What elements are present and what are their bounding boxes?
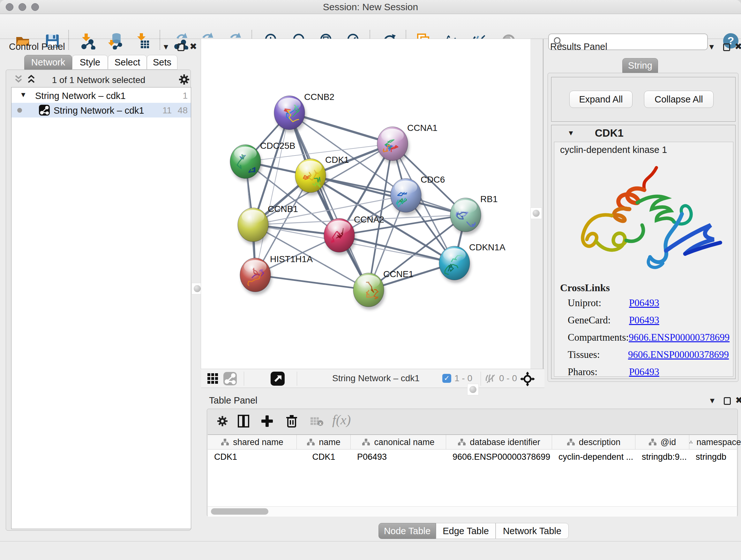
network-tab-content: 1 of 1 Network selected ▼ String Network… — [6, 70, 191, 531]
network-node-CDK1[interactable] — [295, 159, 327, 195]
add-column-icon[interactable] — [261, 415, 273, 428]
show-columns-icon[interactable] — [237, 414, 251, 428]
network-row[interactable]: String Network – cdk1 11 48 — [11, 103, 191, 118]
tab-network-table[interactable]: Network Table — [495, 523, 569, 539]
table-cell[interactable]: CDK1 — [297, 450, 351, 464]
tab-edge-table[interactable]: Edge Table — [436, 523, 495, 539]
column-header-label: shared name — [233, 437, 283, 447]
tab-string[interactable]: String — [622, 58, 658, 73]
network-node-label: CCNA2 — [354, 214, 384, 225]
detach-view-icon[interactable] — [271, 372, 285, 386]
network-node-CCNB2[interactable] — [274, 96, 306, 132]
network-canvas[interactable]: CCNB2CCNA1CDC25BCDK1CDC6RB1CCNB1CCNA2CDK… — [201, 39, 530, 369]
table-cell[interactable]: stringdb — [689, 450, 741, 464]
network-options-gear-icon[interactable] — [178, 73, 191, 86]
tab-sets[interactable]: Sets — [147, 55, 178, 70]
network-node-label: CCNB2 — [304, 92, 334, 102]
section-expander-icon[interactable]: ▼ — [567, 129, 575, 137]
crosslink-label: Compartments: — [568, 332, 629, 349]
column-header-namespace[interactable]: namespace — [689, 435, 741, 449]
column-header-label: database identifier — [470, 437, 540, 447]
network-node-RB1[interactable] — [450, 198, 482, 235]
close-window-button[interactable] — [6, 3, 13, 11]
title-bar: Session: New Session — [0, 0, 741, 14]
float-panel-icon[interactable]: ▼ — [162, 43, 170, 51]
column-header-label: description — [579, 437, 621, 447]
network-edge-HIST1H1A-CCNE1[interactable] — [255, 275, 368, 290]
zoom-window-button[interactable] — [31, 3, 39, 11]
network-node-CDC6[interactable] — [391, 179, 422, 215]
network-overview-icon[interactable] — [223, 372, 237, 385]
maximize-panel-icon[interactable] — [723, 44, 730, 51]
float-panel-icon[interactable]: ▼ — [708, 43, 716, 51]
selected-counts: 1 - 0 — [455, 373, 472, 383]
network-node-label: CDC6 — [421, 175, 445, 185]
network-node-label: CDKN1A — [469, 242, 506, 252]
function-builder-icon: f(x) — [332, 412, 351, 428]
column-header-id[interactable]: @id — [635, 435, 689, 449]
network-view-toolbar: String Network – cdk1 ✓ 1 - 0 0 - 0 — [201, 369, 544, 388]
right-splitter — [530, 39, 544, 369]
hidden-eye-icon — [485, 373, 496, 384]
column-header-label: @id — [661, 437, 676, 447]
expand-all-button[interactable]: Expand All — [569, 91, 632, 108]
results-panel: Results Panel ▼ ✖ String Expand All Coll… — [544, 39, 741, 388]
network-tree: ▼ String Network – cdk1 1 String Network… — [11, 87, 191, 529]
network-label: String Network – cdk1 — [54, 105, 144, 116]
node-table: shared namenamecanonical namedatabase id… — [208, 435, 737, 516]
maximize-panel-icon[interactable] — [178, 44, 185, 51]
crosslink-row: Pharos:P06493 — [568, 366, 729, 383]
network-type-icon — [39, 105, 50, 116]
close-panel-icon[interactable]: ✖ — [735, 43, 741, 51]
selected-nodes-checkbox[interactable]: ✓ — [442, 374, 451, 383]
close-panel-icon[interactable]: ✖ — [190, 43, 197, 51]
minimize-window-button[interactable] — [18, 3, 26, 11]
column-header-sharedname[interactable]: shared name — [208, 435, 297, 449]
tab-node-table[interactable]: Node Table — [379, 523, 436, 539]
node-description: cyclin-dependent kinase 1 — [560, 145, 667, 155]
collection-count: 1 — [11, 91, 188, 101]
maximize-panel-icon[interactable] — [724, 397, 731, 405]
network-node-CDKN1A[interactable] — [439, 246, 471, 283]
collapse-all-button[interactable]: Collapse All — [644, 91, 714, 108]
network-node-CDC25B[interactable] — [230, 145, 262, 181]
delete-column-trash-icon[interactable] — [285, 414, 298, 428]
table-header-row: shared namenamecanonical namedatabase id… — [208, 435, 737, 449]
network-edge-CCNB2-HIST1H1A[interactable] — [255, 113, 289, 275]
column-header-canonicalname[interactable]: canonical name — [351, 435, 446, 449]
table-cell[interactable]: cyclin-dependent ... — [552, 450, 635, 464]
tab-style[interactable]: Style — [72, 55, 108, 70]
close-panel-icon[interactable]: ✖ — [735, 396, 741, 405]
table-cell[interactable]: stringdb:9... — [635, 450, 689, 464]
crosslink-link[interactable]: P06493 — [629, 314, 659, 332]
network-node-CCNA2[interactable] — [324, 219, 356, 255]
column-header-description[interactable]: description — [552, 435, 635, 449]
network-collection-row[interactable]: ▼ String Network – cdk1 1 — [11, 88, 191, 103]
crosslink-link[interactable]: P06493 — [629, 366, 659, 383]
birds-eye-crosshair-icon[interactable] — [520, 372, 535, 386]
column-header-name[interactable]: name — [297, 435, 351, 449]
crosslink-label: Uniprot: — [568, 297, 629, 314]
float-panel-icon[interactable]: ▼ — [709, 396, 716, 405]
network-node-HIST1H1A[interactable] — [240, 258, 272, 295]
network-node-CCNA1[interactable] — [377, 127, 409, 164]
table-options-gear-icon[interactable] — [216, 415, 229, 428]
table-cell[interactable]: P06493 — [351, 450, 446, 464]
grid-view-icon[interactable] — [207, 373, 219, 385]
table-cell[interactable]: CDK1 — [208, 450, 297, 464]
horizontal-scrollbar[interactable] — [208, 506, 737, 516]
table-row[interactable]: CDK1CDK1P064939606.ENSP00000378699cyclin… — [208, 450, 737, 464]
tab-network[interactable]: Network — [24, 55, 72, 70]
network-node-CCNE1[interactable] — [353, 273, 385, 310]
tab-select[interactable]: Select — [108, 55, 147, 70]
control-panel-title: Control Panel — [9, 42, 65, 52]
scrollbar-thumb[interactable] — [211, 508, 268, 515]
crosslink-link[interactable]: 9606.ENSP00000378699 — [629, 332, 730, 349]
crosslink-link[interactable]: 9606.ENSP00000378699 — [628, 349, 729, 366]
crosslink-link[interactable]: P06493 — [629, 297, 659, 314]
column-header-databaseidentifier[interactable]: database identifier — [446, 435, 552, 449]
table-cell[interactable]: 9606.ENSP00000378699 — [446, 450, 552, 464]
results-panel-title: Results Panel — [550, 42, 607, 52]
right-splitter-handle[interactable] — [530, 207, 542, 219]
table-panel-tabs: Node TableEdge TableNetwork Table — [379, 523, 569, 539]
